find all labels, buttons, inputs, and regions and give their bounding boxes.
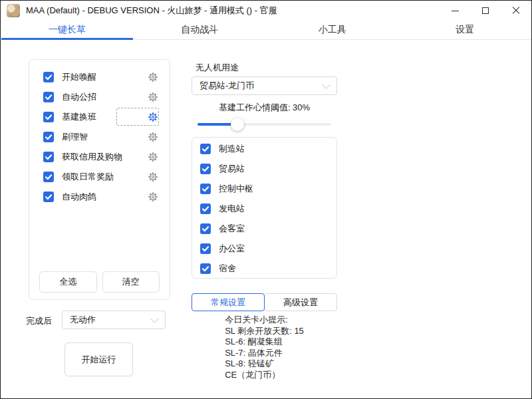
checkbox-checked[interactable] — [43, 172, 54, 182]
facility-row-manufacturing: 制造站 — [192, 139, 336, 159]
active-tab-underline — [1, 38, 133, 40]
task-row-auto-recruit: 自动公招 — [29, 87, 170, 107]
checkbox-checked[interactable] — [200, 164, 211, 174]
task-row-infrast-shift: 基建换班 — [29, 107, 170, 127]
task-row-daily-rewards: 领取日常奖励 — [29, 167, 170, 187]
facility-label: 会客室 — [219, 223, 245, 235]
gear-icon[interactable] — [148, 92, 158, 102]
after-completion-dropdown[interactable]: 无动作 — [62, 311, 166, 329]
tips-text-block: 今日关卡小提示: SL 剩余开放天数: 15 SL-6: 酮凝集组 SL-7: … — [225, 315, 304, 380]
tab-copilot[interactable]: 自动战斗 — [134, 21, 267, 39]
facility-label: 贸易站 — [219, 163, 245, 175]
tips-line: 今日关卡小提示: — [225, 315, 304, 326]
minimize-button[interactable] — [440, 1, 470, 21]
gear-icon[interactable] — [148, 152, 158, 162]
select-all-button[interactable]: 全选 — [39, 271, 97, 293]
checkbox-checked[interactable] — [200, 184, 211, 194]
facility-row-trading: 贸易站 — [192, 159, 336, 179]
gear-icon[interactable] — [148, 132, 158, 142]
facility-row-control-center: 控制中枢 — [192, 179, 336, 199]
facility-label: 制造站 — [219, 143, 245, 155]
task-label: 自动肉鸽 — [62, 191, 96, 203]
drone-usage-dropdown[interactable]: 贸易站-龙门币 — [192, 76, 337, 95]
facility-row-office: 办公室 — [192, 239, 336, 259]
task-label: 领取日常奖励 — [62, 171, 114, 183]
task-label: 开始唤醒 — [62, 71, 96, 83]
facility-label: 发电站 — [219, 203, 245, 215]
drone-usage-label: 无人机用途 — [196, 62, 239, 74]
task-row-credit-shopping: 获取信用及购物 — [29, 147, 170, 167]
daily-stage-tips: 今日关卡小提示: SL 剩余开放天数: 15 SL-6: 酮凝集组 SL-7: … — [192, 315, 337, 380]
checkbox-checked[interactable] — [43, 132, 54, 142]
tab-farming[interactable]: 一键长草 — [1, 21, 134, 39]
gear-icon[interactable] — [148, 192, 158, 202]
checkbox-checked[interactable] — [200, 144, 211, 154]
tab-label: 一键长草 — [49, 24, 86, 35]
start-run-button[interactable]: 开始运行 — [65, 342, 133, 376]
mood-slider-thumb[interactable] — [231, 118, 244, 131]
mood-threshold-label: 基建工作心情阈值: 30% — [192, 102, 337, 114]
task-label: 刷理智 — [62, 131, 88, 143]
facility-label: 办公室 — [219, 243, 245, 255]
facility-label: 控制中枢 — [219, 183, 253, 195]
facility-row-power: 发电站 — [192, 199, 336, 219]
advanced-settings-button[interactable]: 高级设置 — [264, 293, 337, 311]
facility-row-reception: 会客室 — [192, 219, 336, 239]
after-completion-label: 完成后 — [26, 315, 52, 327]
task-label: 获取信用及购物 — [62, 151, 122, 163]
checkbox-checked[interactable] — [200, 223, 211, 234]
clear-button[interactable]: 清空 — [102, 271, 160, 293]
maximize-icon — [482, 7, 489, 14]
tab-label: 设置 — [456, 24, 474, 35]
checkbox-checked[interactable] — [43, 72, 54, 82]
tips-line: SL-6: 酮凝集组 — [225, 336, 304, 348]
checkbox-checked[interactable] — [200, 263, 211, 274]
mood-threshold-slider[interactable] — [198, 118, 331, 131]
main-tabbar: 一键长草 自动战斗 小工具 设置 — [1, 21, 531, 40]
keyboard-focus-outline — [116, 108, 159, 126]
tab-tools[interactable]: 小工具 — [266, 21, 399, 39]
task-row-sanity-farm: 刷理智 — [29, 127, 170, 147]
chevron-down-icon — [150, 315, 159, 323]
close-button[interactable] — [501, 1, 531, 21]
titlebar: MAA (Default) - DEBUG VERSION - 火山旅梦 - 通… — [1, 1, 531, 21]
task-list-actions: 全选 清空 — [29, 271, 170, 299]
infrast-settings-switch: 常规设置 高级设置 — [192, 293, 337, 311]
app-logo-icon — [7, 4, 20, 17]
tab-label: 小工具 — [319, 24, 346, 35]
task-label: 基建换班 — [62, 111, 96, 123]
maximize-button[interactable] — [470, 1, 501, 21]
gear-icon[interactable] — [148, 72, 158, 82]
tab-label: 自动战斗 — [181, 24, 218, 35]
tips-line: SL-7: 晶体元件 — [225, 348, 304, 359]
gear-icon[interactable] — [148, 172, 158, 182]
tips-line: SL-8: 轻锰矿 — [225, 358, 304, 370]
general-settings-button[interactable]: 常规设置 — [192, 293, 265, 311]
drone-usage-value: 贸易站-龙门币 — [200, 80, 254, 92]
window-controls — [440, 1, 531, 21]
minimize-icon — [452, 11, 459, 11]
app-window: MAA (Default) - DEBUG VERSION - 火山旅梦 - 通… — [0, 0, 532, 399]
tips-line: CE（龙门币） — [225, 370, 304, 381]
facility-row-dormitory: 宿舍 — [192, 259, 336, 279]
facility-list-panel: 制造站 贸易站 控制中枢 发电站 会客室 办公室 宿舍 — [192, 137, 337, 279]
after-completion-value: 无动作 — [70, 314, 96, 326]
tab-settings[interactable]: 设置 — [399, 21, 532, 39]
facility-label: 宿舍 — [219, 263, 236, 275]
task-label: 自动公招 — [62, 91, 96, 103]
task-list-panel: 开始唤醒 自动公招 基建换班 刷理智 获取信用及购物 领取日常奖励 — [29, 59, 170, 300]
task-row-auto-roguelike: 自动肉鸽 — [29, 187, 170, 207]
checkbox-checked[interactable] — [43, 152, 54, 162]
checkbox-checked[interactable] — [43, 112, 54, 122]
close-icon — [512, 7, 520, 15]
checkbox-checked[interactable] — [43, 192, 54, 202]
tips-line: SL 剩余开放天数: 15 — [225, 326, 304, 337]
checkbox-checked[interactable] — [200, 243, 211, 254]
task-row-wake-up: 开始唤醒 — [29, 67, 170, 87]
checkbox-checked[interactable] — [43, 92, 54, 102]
chevron-down-icon — [322, 80, 331, 89]
window-title: MAA (Default) - DEBUG VERSION - 火山旅梦 - 通… — [26, 5, 277, 17]
checkbox-checked[interactable] — [200, 203, 211, 214]
